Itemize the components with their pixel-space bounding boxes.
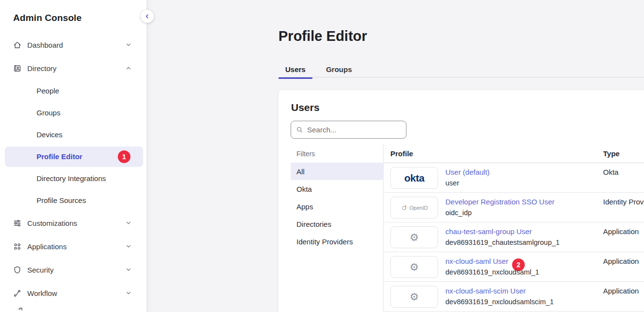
profile-type: Application — [603, 287, 639, 295]
workflow-icon — [13, 289, 21, 297]
home-icon — [13, 41, 21, 49]
okta-logo: okta — [390, 167, 438, 189]
profiles-table: Profile Type okta User (default) user Ok… — [384, 145, 644, 312]
chevron-down-icon — [125, 266, 132, 273]
sidebar-item-label: Directory Integrations — [37, 174, 106, 183]
filter-okta[interactable]: Okta — [291, 180, 383, 198]
sidebar-item-label: Devices — [37, 130, 62, 139]
sidebar-collapse-button[interactable] — [141, 10, 154, 23]
profile-link[interactable]: User (default) — [445, 168, 490, 176]
gear-icon: ⚙ — [410, 292, 419, 302]
gear-logo: ⚙ — [390, 226, 438, 248]
shield-icon — [13, 266, 21, 274]
sidebar-item-label: People — [37, 87, 59, 95]
app-title: Admin Console — [0, 0, 147, 23]
sidebar-item-applications[interactable]: Applications — [0, 235, 147, 258]
filters-label: Filters — [291, 146, 383, 163]
sidebar-item-people[interactable]: People — [0, 80, 147, 102]
page-title: Profile Editor — [278, 28, 367, 44]
sidebar-item-groups[interactable]: Groups — [0, 102, 147, 124]
sidebar-item-customizations[interactable]: Customizations — [0, 211, 147, 235]
filters-panel: Filters All Okta Apps Directories Identi… — [291, 146, 383, 250]
profile-link[interactable]: Developer Registration SSO User — [445, 198, 554, 206]
profile-type: Identity Provider — [603, 198, 644, 206]
search-input[interactable] — [307, 126, 395, 134]
tab-bar: Users Groups — [278, 60, 359, 78]
gear-logo: ⚙ — [390, 256, 438, 278]
sidebar-item-label: Profile Editor — [37, 152, 82, 161]
profile-type: Okta — [603, 168, 619, 176]
directory-badge-icon — [13, 64, 21, 73]
table-header: Profile Type — [384, 145, 644, 163]
table-row: ⚙ chau-test-saml-group User dev86931619_… — [384, 222, 644, 252]
filter-apps[interactable]: Apps — [291, 198, 383, 215]
chevron-down-icon — [125, 290, 132, 296]
main-content: Profile Editor Users Groups Users Filter… — [147, 0, 644, 312]
filter-identity-providers[interactable]: Identity Providers — [291, 233, 383, 250]
tab-divider — [278, 77, 644, 77]
tab-groups[interactable]: Groups — [319, 60, 359, 78]
profile-type: Application — [603, 257, 639, 265]
profile-id: dev86931619_nxcloudsamlscim_1 — [445, 298, 553, 306]
sidebar-item-label: Workflow — [27, 289, 57, 297]
search-icon — [296, 126, 303, 133]
profile-id: dev86931619_nxcloudsaml_1 — [445, 268, 539, 276]
sidebar-item-workflow[interactable]: Workflow — [0, 281, 147, 305]
table-row: okta User (default) user Okta — [384, 163, 644, 193]
panel-title: Users — [291, 102, 319, 113]
table-row: ⚙ nx-cloud-saml-scim User dev86931619_nx… — [384, 282, 644, 312]
users-panel: Users Filters All Okta Apps Directories … — [278, 90, 644, 312]
chevron-down-icon — [125, 41, 132, 48]
sidebar: Admin Console Dashboard Directory People — [0, 0, 147, 312]
profile-id: oidc_idp — [445, 209, 472, 217]
sidebar-item-directory-integrations[interactable]: Directory Integrations — [0, 167, 147, 189]
filter-all[interactable]: All — [291, 163, 383, 180]
column-header-profile: Profile — [390, 149, 413, 158]
profile-link[interactable]: nx-cloud-saml User — [445, 257, 508, 265]
sidebar-item-label: Security — [27, 266, 54, 274]
sidebar-item-profile-editor[interactable]: Profile Editor 1 — [5, 147, 143, 167]
profile-id: dev86931619_chautestsamlgroup_1 — [445, 239, 560, 246]
chevron-up-icon — [125, 65, 132, 72]
gear-icon: ⚙ — [410, 262, 419, 272]
sidebar-item-label: Customizations — [27, 219, 77, 227]
tab-users[interactable]: Users — [278, 60, 313, 78]
sidebar-item-label: Dashboard — [27, 41, 63, 49]
sidebar-item-devices[interactable]: Devices — [0, 124, 147, 146]
profile-id: user — [445, 179, 459, 187]
sidebar-item-directory[interactable]: Directory — [0, 56, 147, 80]
sidebar-item-dashboard[interactable]: Dashboard — [0, 33, 147, 56]
openid-glyph-icon — [401, 204, 408, 212]
sidebar-item-security[interactable]: Security — [0, 258, 147, 281]
partial-nav-icon — [16, 307, 24, 312]
chevron-down-icon — [125, 220, 132, 226]
sidebar-item-profile-sources[interactable]: Profile Sources — [0, 189, 147, 211]
sidebar-nav: Dashboard Directory People Groups Device… — [0, 33, 147, 305]
gear-logo: ⚙ — [390, 286, 438, 308]
apps-grid-icon — [13, 242, 21, 251]
column-header-type: Type — [603, 149, 620, 158]
profile-type: Application — [603, 227, 639, 236]
table-row: ⚙ nx-cloud-saml User 2 dev86931619_nxclo… — [384, 252, 644, 282]
sidebar-item-label: Profile Sources — [37, 196, 86, 204]
openid-logo: OpenID — [390, 197, 438, 219]
sidebar-item-label: Applications — [27, 242, 67, 251]
profile-link[interactable]: nx-cloud-saml-scim User — [445, 287, 526, 295]
profile-link[interactable]: chau-test-saml-group User — [445, 227, 532, 236]
sidebar-item-label: Groups — [37, 109, 60, 117]
search-box[interactable] — [291, 121, 406, 139]
gear-icon: ⚙ — [410, 232, 419, 242]
notification-badge: 1 — [118, 150, 130, 163]
filter-directories[interactable]: Directories — [291, 215, 383, 233]
chevron-down-icon — [125, 243, 132, 250]
sidebar-item-label: Directory — [27, 64, 56, 73]
table-row: OpenID Developer Registration SSO User o… — [384, 193, 644, 222]
sliders-icon — [13, 219, 21, 227]
